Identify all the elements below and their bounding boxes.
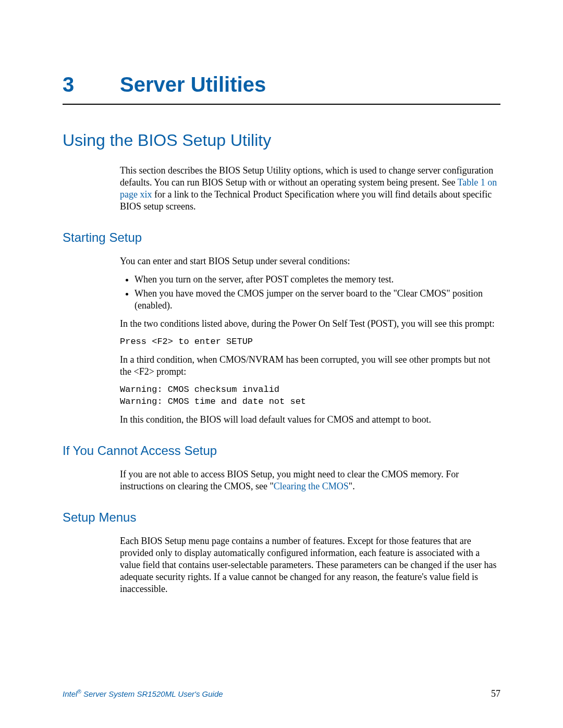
subheading-setup-menus: Setup Menus [63, 510, 500, 525]
intro-paragraph: This section describes the BIOS Setup Ut… [120, 165, 500, 213]
footer-brand-a: Intel [63, 689, 77, 698]
list-item: When you have moved the CMOS jumper on t… [134, 288, 500, 312]
starting-p1: You can enter and start BIOS Setup under… [120, 255, 500, 267]
starting-bullets: When you turn on the server, after POST … [120, 274, 500, 312]
intro-text-b: for a link to the Technical Product Spec… [120, 189, 492, 212]
page-footer: Intel® Server System SR1520ML User's Gui… [63, 688, 500, 699]
cannot-text-b: ". [349, 481, 355, 491]
starting-p4: In this condition, the BIOS will load de… [120, 414, 500, 426]
subheading-starting-setup: Starting Setup [63, 230, 500, 245]
intro-text-a: This section describes the BIOS Setup Ut… [120, 165, 493, 188]
cannot-paragraph: If you are not able to access BIOS Setup… [120, 468, 500, 492]
link-clearing-cmos[interactable]: Clearing the CMOS [274, 481, 349, 491]
chapter-heading: 3 Server Utilities [63, 73, 500, 105]
starting-p2: In the two conditions listed above, duri… [120, 318, 500, 330]
code-block-warnings: Warning: CMOS checksum invalid Warning: … [120, 384, 500, 407]
footer-reg-mark: ® [77, 689, 81, 695]
page-number: 57 [491, 688, 500, 699]
list-item: When you turn on the server, after POST … [134, 274, 500, 286]
subheading-cannot-access: If You Cannot Access Setup [63, 443, 500, 458]
starting-p3: In a third condition, when CMOS/NVRAM ha… [120, 354, 500, 378]
footer-guide-title: Intel® Server System SR1520ML User's Gui… [63, 689, 223, 698]
section-heading-using-bios: Using the BIOS Setup Utility [63, 131, 500, 150]
menus-paragraph: Each BIOS Setup menu page contains a num… [120, 535, 500, 595]
chapter-title: Server Utilities [120, 73, 266, 96]
code-block-f2: Press <F2> to enter SETUP [120, 336, 500, 348]
chapter-number: 3 [63, 73, 120, 96]
footer-brand-b: Server System SR1520ML User's Guide [81, 689, 223, 698]
